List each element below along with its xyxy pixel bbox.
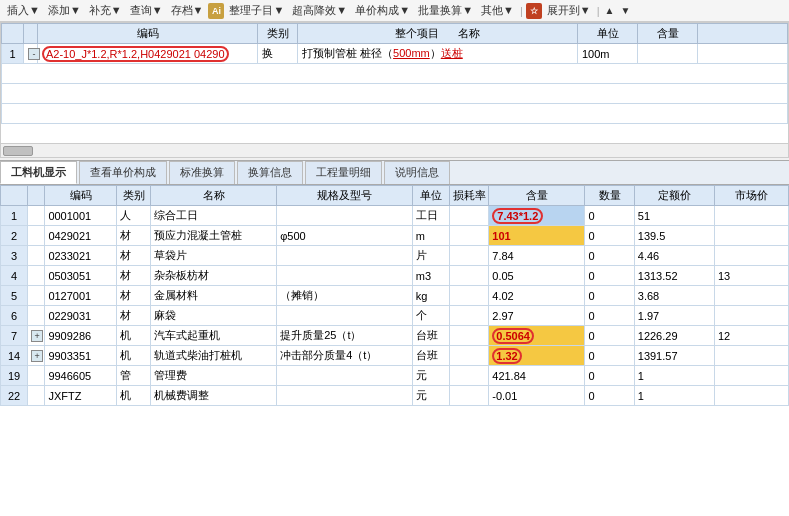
- bottom-row-expand[interactable]: +: [28, 346, 45, 366]
- bottom-row-quantity: 0.05: [489, 266, 585, 286]
- top-header-expand: [24, 24, 38, 44]
- bottom-row-expand: [28, 226, 45, 246]
- bottom-row-code: 0233021: [45, 246, 117, 266]
- bottom-row-market: [714, 206, 788, 226]
- bottom-row-quota: 1313.52: [634, 266, 714, 286]
- toolbar-batch[interactable]: 批量换算▼: [415, 2, 476, 19]
- bottom-row-loss: [449, 386, 488, 406]
- arrow-up[interactable]: ▲: [603, 5, 617, 16]
- bottom-header-market: 市场价: [714, 186, 788, 206]
- top-header-extra: [698, 24, 788, 44]
- bottom-grid-row: 50127001材金属材料（摊销）kg4.0203.68: [1, 286, 789, 306]
- ai-icon: Ai: [208, 3, 224, 19]
- expand-btn[interactable]: -: [28, 48, 40, 60]
- toolbar-other[interactable]: 其他▼: [478, 2, 517, 19]
- bottom-row-market: 13: [714, 266, 788, 286]
- bottom-row-spec: （摊销）: [277, 286, 413, 306]
- bottom-row-loss: [449, 206, 488, 226]
- bottom-row-quota: 139.5: [634, 226, 714, 246]
- bottom-row-name: 综合工日: [151, 206, 277, 226]
- bottom-header-spec: 规格及型号: [277, 186, 413, 206]
- bottom-row-code: 9946605: [45, 366, 117, 386]
- toolbar-query[interactable]: 查询▼: [127, 2, 166, 19]
- top-row-expand[interactable]: -: [24, 44, 38, 64]
- bottom-row-num: 5: [1, 286, 28, 306]
- bottom-row-unit: 工日: [412, 206, 449, 226]
- bottom-row-spec: 冲击部分质量4（t）: [277, 346, 413, 366]
- bottom-row-quota: 1: [634, 386, 714, 406]
- bottom-row-count: 0: [585, 206, 634, 226]
- bottom-row-name: 草袋片: [151, 246, 277, 266]
- toolbar-superelevation[interactable]: 超高降效▼: [289, 2, 350, 19]
- toolbar-supplement[interactable]: 补充▼: [86, 2, 125, 19]
- bottom-row-num: 19: [1, 366, 28, 386]
- bottom-row-count: 0: [585, 386, 634, 406]
- toolbar-organize[interactable]: 整理子目▼: [226, 2, 287, 19]
- bottom-grid-row: 14+9903351机轨道式柴油打桩机冲击部分质量4（t）台班1.3201391…: [1, 346, 789, 366]
- bottom-row-market: [714, 346, 788, 366]
- tab-standard-conversion[interactable]: 标准换算: [169, 161, 235, 184]
- bottom-row-num: 7: [1, 326, 28, 346]
- tab-description[interactable]: 说明信息: [384, 161, 450, 184]
- top-grid-row-empty3: [2, 104, 788, 124]
- bottom-row-count: 0: [585, 286, 634, 306]
- toolbar-expand[interactable]: 展开到▼: [544, 2, 594, 19]
- top-header-name: 整个项目 名称: [298, 24, 578, 44]
- bottom-header-name: 名称: [151, 186, 277, 206]
- bottom-row-unit: 个: [412, 306, 449, 326]
- bottom-row-loss: [449, 326, 488, 346]
- bottom-row-expand: [28, 306, 45, 326]
- bottom-row-market: 12: [714, 326, 788, 346]
- toolbar-insert[interactable]: 插入▼: [4, 2, 43, 19]
- top-row-code: A2-10_J*1.2,R*1.2,H0429021 04290: [38, 44, 258, 64]
- bottom-row-code: 9903351: [45, 346, 117, 366]
- bottom-grid-row: 7+9909286机汽车式起重机提升质量25（t）台班0.506401226.2…: [1, 326, 789, 346]
- toolbar-archive[interactable]: 存档▼: [168, 2, 207, 19]
- bottom-row-code: 0429021: [45, 226, 117, 246]
- arrow-down[interactable]: ▼: [618, 5, 632, 16]
- bottom-row-code: JXFTZ: [45, 386, 117, 406]
- bottom-row-type: 机: [116, 346, 151, 366]
- toolbar-add[interactable]: 添加▼: [45, 2, 84, 19]
- tab-unit-composition[interactable]: 查看单价构成: [79, 161, 167, 184]
- bottom-header-unit: 单位: [412, 186, 449, 206]
- tab-quantity-detail[interactable]: 工程量明细: [305, 161, 382, 184]
- bottom-header-type: 类别: [116, 186, 151, 206]
- bottom-row-loss: [449, 246, 488, 266]
- bottom-row-count: 0: [585, 226, 634, 246]
- bottom-row-loss: [449, 266, 488, 286]
- bottom-row-unit: 片: [412, 246, 449, 266]
- bottom-row-type: 材: [116, 266, 151, 286]
- bottom-row-count: 0: [585, 346, 634, 366]
- bottom-row-spec: [277, 366, 413, 386]
- bottom-grid-row: 40503051材杂杂板枋材m30.0501313.5213: [1, 266, 789, 286]
- bottom-row-num: 2: [1, 226, 28, 246]
- toolbar-sep2: |: [597, 5, 600, 17]
- bottom-row-count: 0: [585, 366, 634, 386]
- bottom-row-quantity: 101: [489, 226, 585, 246]
- top-row-unit: 100m: [578, 44, 638, 64]
- bottom-row-market: [714, 226, 788, 246]
- toolbar-unitprice[interactable]: 单价构成▼: [352, 2, 413, 19]
- bottom-row-type: 材: [116, 306, 151, 326]
- scrollbar-thumb[interactable]: [3, 146, 33, 156]
- tab-labor-display[interactable]: 工料机显示: [0, 161, 77, 184]
- bottom-row-quota: 1: [634, 366, 714, 386]
- bottom-row-quantity: -0.01: [489, 386, 585, 406]
- tab-conversion-info[interactable]: 换算信息: [237, 161, 303, 184]
- top-grid-scrollbar[interactable]: [1, 143, 788, 157]
- bottom-grid: 编码 类别 名称 规格及型号 单位 损耗率 含量 数量 定额价 市场价 1000…: [0, 185, 789, 516]
- top-header-quantity: 含量: [638, 24, 698, 44]
- bottom-row-type: 机: [116, 386, 151, 406]
- bottom-row-code: 9909286: [45, 326, 117, 346]
- bottom-row-count: 0: [585, 326, 634, 346]
- bottom-row-name: 麻袋: [151, 306, 277, 326]
- bottom-row-expand: [28, 286, 45, 306]
- bottom-row-quantity: 0.5064: [489, 326, 585, 346]
- bottom-row-market: [714, 286, 788, 306]
- bottom-row-num: 6: [1, 306, 28, 326]
- toolbar: 插入▼ 添加▼ 补充▼ 查询▼ 存档▼ Ai 整理子目▼ 超高降效▼ 单价构成▼…: [0, 0, 789, 22]
- bottom-row-loss: [449, 346, 488, 366]
- bottom-grid-row: 22JXFTZ机机械费调整元-0.0101: [1, 386, 789, 406]
- bottom-row-expand[interactable]: +: [28, 326, 45, 346]
